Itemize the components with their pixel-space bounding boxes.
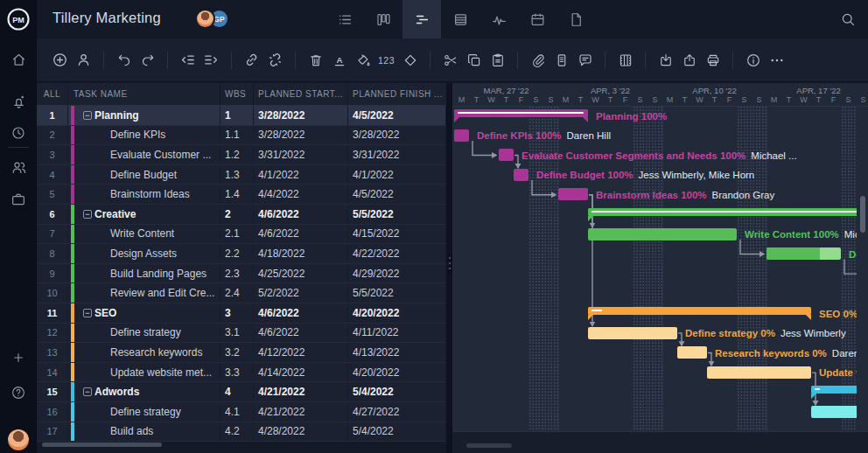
dependency-connector bbox=[532, 180, 556, 195]
sidebar-item-team[interactable] bbox=[0, 155, 37, 179]
delete-button[interactable] bbox=[304, 49, 326, 71]
sidebar-item-notifications[interactable] bbox=[0, 89, 37, 114]
table-row[interactable]: 14Update website met...3.34/14/20224/20/… bbox=[37, 363, 446, 383]
outdent-button[interactable] bbox=[177, 49, 199, 71]
column-header-wbs[interactable]: WBS bbox=[220, 83, 254, 105]
cell-planned-start: 4/28/2022 bbox=[254, 422, 348, 442]
gantt-task-bar[interactable] bbox=[558, 188, 588, 200]
table-row[interactable]: 3Evaluate Customer ...1.23/31/20223/31/2… bbox=[37, 145, 446, 165]
table-row[interactable]: 5Brainstorm Ideas1.44/4/20224/5/2022 bbox=[37, 185, 446, 205]
gantt-task-bar[interactable] bbox=[677, 346, 707, 359]
table-row[interactable]: 2Define KPIs1.13/28/20223/28/2022 bbox=[37, 126, 446, 146]
collapse-icon[interactable]: − bbox=[83, 210, 92, 219]
unlink-tasks-button[interactable] bbox=[264, 49, 286, 71]
user-avatar[interactable] bbox=[8, 429, 29, 450]
table-row[interactable]: 16Define strategy4.14/21/20224/27/2022 bbox=[37, 402, 446, 422]
table-row[interactable]: 8Design Assets2.24/18/20224/22/2022 bbox=[37, 244, 446, 264]
print-button[interactable] bbox=[702, 49, 724, 71]
redo-button[interactable] bbox=[136, 49, 158, 71]
row-accent-bar bbox=[71, 205, 74, 224]
gantt-task-bar[interactable] bbox=[499, 149, 514, 161]
comment-button[interactable] bbox=[574, 49, 596, 71]
number-format-button[interactable]: 123 bbox=[375, 49, 397, 71]
attachment-button[interactable] bbox=[527, 49, 549, 71]
column-header-planned-finish[interactable]: PLANNED FINISH ... bbox=[348, 83, 446, 105]
table-row[interactable]: 6−Creative24/6/20225/5/2022 bbox=[37, 205, 446, 225]
tab-docs-view[interactable] bbox=[556, 0, 595, 38]
info-button[interactable] bbox=[742, 49, 764, 71]
table-row[interactable]: 4Define Budget1.34/1/20224/1/2022 bbox=[37, 165, 446, 185]
cell-planned-start: 4/21/2022 bbox=[254, 382, 348, 401]
gantt-summary-bar[interactable] bbox=[588, 208, 857, 216]
gantt-task-bar[interactable] bbox=[454, 129, 469, 142]
collapse-icon[interactable]: − bbox=[83, 309, 92, 317]
h-scrollbar-thumb[interactable] bbox=[466, 443, 512, 448]
link-tasks-button[interactable] bbox=[241, 49, 262, 71]
pm-logo[interactable]: PM bbox=[0, 5, 37, 33]
sidebar-item-portfolio[interactable] bbox=[0, 187, 37, 212]
fill-color-button[interactable] bbox=[352, 49, 374, 71]
milestone-button[interactable] bbox=[399, 49, 421, 71]
table-row[interactable]: 17Build ads4.24/28/20225/4/2022 bbox=[37, 422, 446, 443]
notes-button[interactable] bbox=[550, 49, 572, 71]
column-header-all[interactable]: ALL bbox=[37, 83, 68, 105]
task-name-text: Define strategy bbox=[110, 406, 181, 418]
h-scrollbar-thumb[interactable] bbox=[42, 443, 162, 447]
dependency-connector bbox=[514, 156, 518, 168]
table-row[interactable]: 1−Planning13/28/20224/5/2022 bbox=[37, 106, 446, 126]
cut-button[interactable] bbox=[439, 49, 461, 71]
panel-splitter[interactable] bbox=[446, 83, 452, 453]
timeline-day-letter: M bbox=[766, 95, 781, 104]
gantt-task-bar[interactable] bbox=[588, 228, 737, 240]
member-avatar-photo[interactable] bbox=[195, 9, 215, 29]
table-row[interactable]: 15−Adwords44/21/20225/4/2022 bbox=[37, 382, 446, 402]
sidebar-item-recent[interactable] bbox=[0, 121, 37, 145]
table-row[interactable]: 9Build Landing Pages2.34/25/20224/29/202… bbox=[37, 264, 446, 284]
gantt-task-bar[interactable] bbox=[707, 366, 811, 379]
sidebar-divider bbox=[8, 147, 29, 148]
table-row[interactable]: 10Review and Edit Cre...2.45/2/20225/5/2… bbox=[37, 283, 446, 303]
gantt-task-bar[interactable] bbox=[588, 327, 677, 339]
copy-button[interactable] bbox=[463, 49, 485, 71]
add-task-button[interactable] bbox=[49, 49, 71, 71]
tab-sheet-view[interactable] bbox=[441, 0, 480, 38]
sidebar-item-add[interactable] bbox=[0, 345, 37, 370]
columns-button[interactable] bbox=[614, 49, 636, 71]
export-button[interactable] bbox=[678, 49, 700, 71]
gantt-summary-bar[interactable] bbox=[811, 386, 857, 394]
table-row[interactable]: 7Write Content2.14/6/20224/15/2022 bbox=[37, 225, 446, 245]
column-header-task-name[interactable]: TASK NAME bbox=[68, 83, 220, 105]
paste-button[interactable] bbox=[486, 49, 508, 71]
tab-gantt-view[interactable] bbox=[402, 0, 441, 38]
v-scrollbar-thumb[interactable] bbox=[860, 196, 865, 233]
gantt-task-bar[interactable] bbox=[811, 406, 857, 418]
gantt-task-bar[interactable] bbox=[514, 169, 528, 181]
search-button[interactable] bbox=[840, 11, 856, 27]
import-button[interactable] bbox=[654, 49, 676, 71]
tab-list-view[interactable] bbox=[326, 0, 364, 38]
indent-button[interactable] bbox=[200, 49, 222, 71]
font-color-button[interactable] bbox=[328, 49, 350, 71]
table-row[interactable]: 13Research keywords3.24/12/20224/13/2022 bbox=[37, 343, 446, 363]
sidebar-item-home[interactable] bbox=[0, 47, 37, 72]
more-button[interactable] bbox=[766, 49, 788, 71]
cell-planned-start: 3/28/2022 bbox=[254, 106, 348, 125]
assignee-text: Brandon Gray bbox=[712, 190, 775, 200]
tab-activity-view[interactable] bbox=[480, 0, 518, 38]
gantt-summary-bar[interactable] bbox=[588, 307, 811, 315]
toolbar-divider bbox=[103, 52, 104, 69]
tab-calendar-view[interactable] bbox=[518, 0, 556, 38]
timeline-day-letter: S bbox=[633, 95, 648, 104]
collapse-icon[interactable]: − bbox=[83, 111, 92, 120]
column-header-planned-start[interactable]: PLANNED START... bbox=[254, 83, 348, 105]
assign-user-button[interactable] bbox=[73, 49, 94, 71]
collapse-icon[interactable]: − bbox=[83, 387, 92, 396]
tab-board-view[interactable] bbox=[364, 0, 402, 38]
gantt-task-bar[interactable] bbox=[766, 247, 841, 260]
table-row[interactable]: 12Define strategy3.14/6/20224/11/2022 bbox=[37, 324, 446, 344]
sidebar-item-help[interactable] bbox=[0, 380, 37, 405]
task-label-text: Define strategy 0% bbox=[685, 328, 775, 338]
gantt-summary-bar[interactable] bbox=[454, 109, 588, 117]
table-row[interactable]: 11−SEO34/6/20224/20/2022 bbox=[37, 303, 446, 324]
undo-button[interactable] bbox=[113, 49, 135, 71]
